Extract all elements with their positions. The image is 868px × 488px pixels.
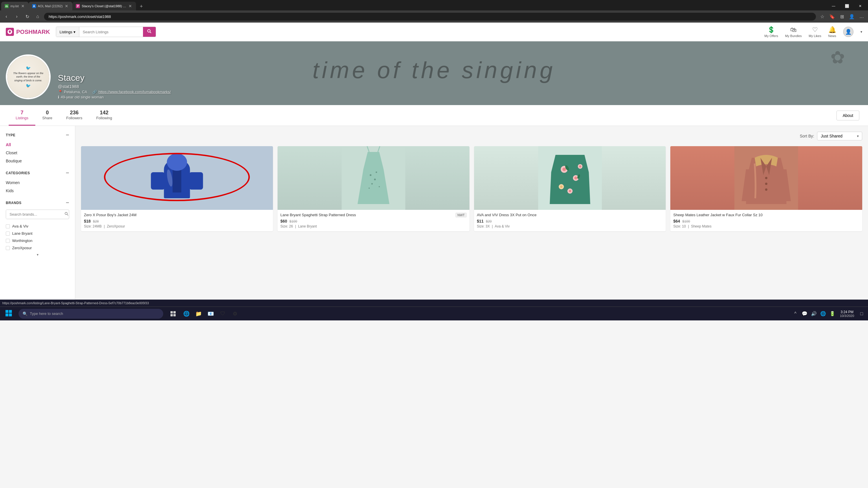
brands-collapse-icon[interactable]: − — [66, 200, 69, 206]
product-card-3[interactable]: AVA and VIV Dress 3X Put on Once $11 $20… — [474, 146, 666, 231]
type-option-all[interactable]: All — [6, 142, 69, 148]
close-button[interactable]: ✕ — [854, 2, 867, 10]
pinned-unknown-icon[interactable]: ⚙ — [229, 308, 241, 319]
tab-label-aol: AOL Mail (22262) — [38, 4, 63, 8]
tab-label-poshmark: Stacey's Closet (@stat1988) | Pos... — [82, 4, 126, 8]
profile-section: time of the singing ✿ 🐦 The flowers appe… — [0, 41, 868, 126]
brand-checkbox-ava-viv[interactable] — [6, 224, 10, 228]
brands-filter-header: BRANDS − — [6, 200, 69, 206]
product-brand-3: Ava & Viv — [495, 224, 510, 228]
bookmark-star-icon[interactable]: ☆ — [818, 12, 826, 21]
profile-website[interactable]: https://www.facebook.com/lumabookmarks/ — [98, 90, 171, 94]
brands-search-button[interactable] — [62, 210, 69, 219]
product-info-1: Zero X Posur Boy's Jacket 24M $18 $28 Si… — [81, 210, 273, 231]
brands-search-input[interactable] — [6, 210, 62, 219]
start-button[interactable] — [2, 307, 15, 320]
my-likes-nav[interactable]: ♡ My Likes — [809, 26, 821, 38]
tab-mylot[interactable]: m my.lot ✕ — [1, 2, 29, 10]
following-stat[interactable]: 142 Following — [89, 105, 119, 126]
brand-checkbox-zeroxposur[interactable] — [6, 246, 10, 250]
search-button[interactable] — [143, 27, 156, 37]
tab-aol[interactable]: A AOL Mail (22262) ✕ — [29, 2, 73, 10]
product-card-2[interactable]: Lane Bryant Spaghetti Strap Patterned Dr… — [278, 146, 469, 231]
user-avatar[interactable]: 👤 — [843, 27, 854, 37]
product-image-svg-1 — [81, 146, 273, 210]
brands-filter-title: BRANDS — [6, 201, 22, 205]
product-title-3: AVA and VIV Dress 3X Put on Once — [477, 213, 663, 218]
pinned-mail-icon[interactable]: 📧 — [205, 308, 216, 319]
type-collapse-icon[interactable]: − — [66, 132, 69, 139]
taskbar-search[interactable]: 🔍 Type here to search — [19, 309, 163, 319]
extensions-icon[interactable]: ⊞ — [838, 12, 846, 21]
refresh-button[interactable]: ↻ — [23, 12, 31, 21]
search-bar: Listings ▾ — [56, 27, 156, 37]
brand-item-zeroxposur[interactable]: ZeroXposur — [6, 244, 69, 251]
home-button[interactable]: ⌂ — [34, 12, 42, 21]
listings-stat[interactable]: 7 Listings — [9, 105, 35, 126]
taskbar-clock[interactable]: 3:24 PM 10/3/2020 — [838, 310, 857, 317]
pinned-edge-icon[interactable]: 🌐 — [181, 308, 192, 319]
new-tab-button[interactable]: + — [137, 2, 145, 10]
product-card-4[interactable]: Sheep Mates Leather Jacket w Faux Fur Co… — [670, 146, 862, 231]
profile-avatar: 🐦 The flowers appear on the earth; the t… — [6, 54, 51, 99]
brand-checkbox-worthington[interactable] — [6, 239, 10, 243]
pinned-security-icon[interactable]: 🛡 — [217, 308, 229, 319]
tray-chat-icon[interactable]: 💬 — [801, 310, 809, 318]
tray-network-icon[interactable]: 🌐 — [819, 310, 827, 318]
followers-stat[interactable]: 236 Followers — [59, 105, 89, 126]
brand-item-lane-bryant[interactable]: Lane Bryant — [6, 230, 69, 237]
clock-time: 3:24 PM — [840, 310, 854, 314]
avatar-bird-bottom-icon: 🐦 — [26, 83, 31, 88]
sidebar: TYPE − All Closet Boutique CATEGORIES − … — [0, 126, 75, 300]
my-bundles-nav[interactable]: 🛍 My Bundles — [785, 26, 802, 38]
category-kids[interactable]: Kids — [6, 188, 69, 194]
tab-poshmark[interactable]: P Stacey's Closet (@stat1988) | Pos... ✕ — [72, 2, 136, 10]
profile-icon[interactable]: 👤 — [848, 12, 856, 21]
avatar-text: The flowers appear on the earth; the tim… — [12, 71, 44, 83]
product-meta-4: Size: 10 | Sheep Mates — [673, 224, 859, 228]
brand-label-lane-bryant: Lane Bryant — [12, 231, 32, 236]
product-original-price-2: $100 — [289, 219, 297, 223]
brand-checkbox-lane-bryant[interactable] — [6, 232, 10, 236]
collections-icon[interactable]: 🔖 — [828, 12, 836, 21]
brand-item-worthington[interactable]: Worthington — [6, 237, 69, 244]
type-filter-title: TYPE — [6, 133, 16, 137]
svg-rect-10 — [151, 172, 165, 190]
banner-decoration: ✿ — [830, 47, 845, 67]
pinned-explorer-icon[interactable]: 📁 — [193, 308, 204, 319]
svg-rect-42 — [9, 313, 12, 316]
brand-item-ava-viv[interactable]: Ava & Viv — [6, 222, 69, 230]
account-menu-chevron-icon[interactable]: ▾ — [861, 30, 862, 34]
search-input[interactable] — [79, 27, 143, 37]
news-nav[interactable]: 🔔 News — [828, 26, 836, 38]
task-view-button[interactable] — [167, 308, 180, 319]
minimize-button[interactable]: — — [827, 2, 840, 10]
category-women[interactable]: Women — [6, 180, 69, 186]
search-type-button[interactable]: Listings ▾ — [56, 27, 79, 37]
product-image-svg-2 — [278, 146, 469, 210]
back-button[interactable]: ‹ — [2, 12, 10, 21]
notification-icon[interactable]: □ — [858, 310, 866, 318]
my-offers-nav[interactable]: 💲 My Offers — [764, 26, 778, 38]
tray-chevron-icon[interactable]: ^ — [791, 310, 799, 318]
share-stat[interactable]: 0 Share — [35, 105, 59, 126]
more-menu-icon[interactable]: … — [858, 12, 866, 21]
svg-line-2 — [150, 32, 151, 33]
categories-collapse-icon[interactable]: − — [66, 170, 69, 176]
type-option-boutique[interactable]: Boutique — [6, 158, 69, 164]
profile-bio-text: 49-year old single woman — [61, 95, 104, 99]
type-option-closet[interactable]: Closet — [6, 150, 69, 156]
address-input[interactable] — [44, 13, 816, 21]
maximize-button[interactable]: ⬜ — [840, 2, 854, 10]
tray-volume-icon[interactable]: 🔊 — [810, 310, 818, 318]
product-card-1[interactable]: Zero X Posur Boy's Jacket 24M $18 $28 Si… — [81, 146, 273, 231]
tab-close-aol[interactable]: ✕ — [64, 4, 69, 8]
tray-battery-icon[interactable]: 🔋 — [828, 310, 836, 318]
poshmark-logo[interactable]: POSHMARK — [6, 28, 50, 36]
forward-button[interactable]: › — [13, 12, 21, 21]
tab-close-mylot[interactable]: ✕ — [21, 4, 25, 8]
sort-select[interactable]: Just Shared Just In Price: Low to High P… — [817, 132, 862, 141]
product-original-price-1: $28 — [93, 219, 99, 223]
tab-close-poshmark[interactable]: ✕ — [128, 4, 132, 8]
about-button[interactable]: About — [836, 111, 859, 120]
